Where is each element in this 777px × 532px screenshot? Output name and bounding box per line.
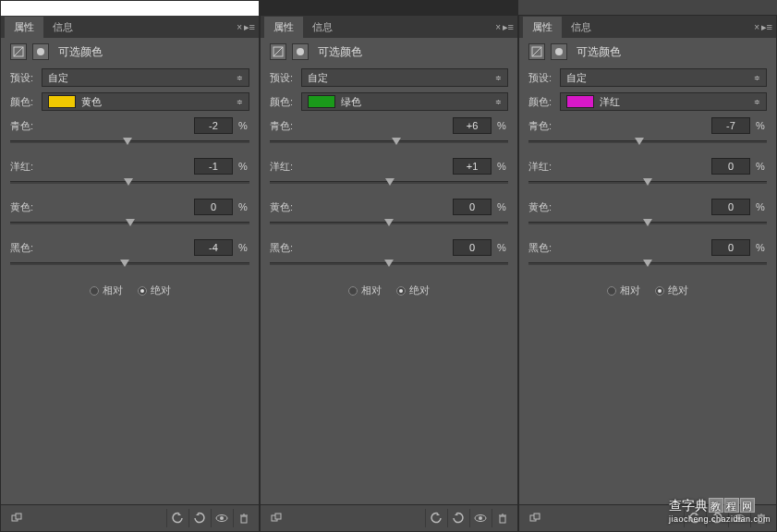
color-swatch [308,95,335,108]
radio-icon [138,286,147,296]
cyan-slider[interactable] [270,136,508,149]
black-label: 黑色: [10,241,33,255]
close-icon[interactable]: × [237,22,242,32]
yellow-label: 黄色: [270,200,293,214]
cyan-input[interactable] [711,117,750,134]
radio-icon [396,286,406,296]
black-slider[interactable] [10,258,249,271]
visibility-icon[interactable] [469,509,490,527]
panel-tabs: 属性 信息 × ▸≡ [261,16,517,38]
radio-relative[interactable]: 相对 [90,284,123,297]
absolute-label: 绝对 [409,284,430,297]
clip-icon[interactable] [6,509,27,527]
close-icon[interactable]: × [754,22,759,32]
panel-title: 可选颜色 [577,44,621,60]
radio-relative[interactable]: 相对 [348,284,382,297]
magenta-slider[interactable] [270,176,508,189]
radio-absolute[interactable]: 绝对 [138,284,171,297]
preset-select[interactable]: 自定≑ [560,68,767,87]
svg-point-12 [479,516,482,520]
panel-menu-icon[interactable]: ▸≡ [503,21,514,33]
adjustment-icon [10,43,27,60]
black-slider[interactable] [270,258,508,271]
magenta-input[interactable] [711,158,750,175]
svg-rect-10 [275,514,281,519]
cyan-slider[interactable] [10,136,249,149]
trash-icon[interactable] [233,509,253,527]
black-input[interactable] [453,239,492,256]
pct-label: % [495,201,508,212]
chevron-down-icon: ≑ [237,98,243,106]
black-input[interactable] [194,239,233,256]
cyan-slider[interactable] [528,136,767,149]
magenta-input[interactable] [453,158,492,175]
close-icon[interactable]: × [495,22,501,32]
pct-label: % [237,242,249,253]
black-slider[interactable] [528,258,767,271]
prev-icon[interactable] [425,509,445,527]
yellow-slider[interactable] [270,217,508,230]
radio-absolute[interactable]: 绝对 [655,284,688,297]
color-swatch [48,95,76,108]
slider-magenta: 洋红:% [261,154,517,195]
magenta-label: 洋红: [528,160,552,174]
panel-header: 可选颜色 [1,38,259,66]
preset-select[interactable]: 自定≑ [301,68,508,87]
color-row: 颜色: 绿色≑ [261,90,517,114]
reset-icon[interactable] [447,509,467,527]
absolute-label: 绝对 [668,284,688,297]
visibility-icon[interactable] [211,509,231,527]
slider-yellow: 黄色:% [1,195,259,236]
color-select[interactable]: 黄色≑ [42,92,249,111]
tab-properties[interactable]: 属性 [5,17,43,38]
watermark-tag: 程 [724,498,739,513]
yellow-slider[interactable] [10,217,249,230]
color-label: 颜色: [528,95,556,109]
cyan-input[interactable] [453,117,492,134]
clip-icon[interactable] [525,509,545,527]
chevron-down-icon: ≑ [495,74,502,82]
svg-point-1 [37,48,44,55]
magenta-slider[interactable] [528,176,767,189]
magenta-input[interactable] [194,158,233,175]
radio-absolute[interactable]: 绝对 [396,284,430,297]
tab-properties[interactable]: 属性 [523,17,562,38]
tab-info[interactable]: 信息 [562,17,601,38]
color-select[interactable]: 洋红≑ [560,92,767,111]
panel-menu-icon[interactable]: ▸≡ [244,21,255,33]
panel-3: 属性 信息 × ▸≡ 可选颜色 预设: 自定≑ 颜色: 洋红≑ 青色:% 洋红:… [518,15,777,532]
watermark-tag: 教 [709,498,723,513]
tab-properties[interactable]: 属性 [264,17,303,38]
watermark: 查字典教程网 jiaocheng.chazidian.com [669,498,771,524]
black-input[interactable] [711,239,750,256]
slider-black: 黑色:% [261,236,517,276]
yellow-input[interactable] [194,199,233,215]
preset-select[interactable]: 自定≑ [42,68,249,87]
trash-icon[interactable] [492,509,512,527]
reset-icon[interactable] [188,509,209,527]
clip-icon[interactable] [266,509,286,527]
slider-cyan: 青色:% [519,114,776,154]
radio-relative[interactable]: 相对 [607,284,640,297]
color-label: 颜色: [270,95,297,109]
tab-info[interactable]: 信息 [303,17,342,38]
cyan-input[interactable] [194,117,233,134]
pct-label: % [754,120,767,131]
panel-menu-icon[interactable]: ▸≡ [761,21,772,33]
yellow-input[interactable] [453,199,492,215]
relative-label: 相对 [620,284,640,297]
magenta-slider[interactable] [10,176,249,189]
mask-icon [32,43,49,60]
relative-label: 相对 [103,284,123,297]
yellow-label: 黄色: [10,200,33,214]
yellow-input[interactable] [711,199,750,215]
prev-icon[interactable] [166,509,187,527]
mode-radios: 相对 绝对 [1,276,259,305]
tab-info[interactable]: 信息 [43,17,82,38]
color-select[interactable]: 绿色≑ [301,92,508,111]
radio-icon [607,286,616,296]
watermark-url: jiaocheng.chazidian.com [669,514,771,524]
radio-icon [655,286,664,296]
yellow-slider[interactable] [528,217,767,230]
pct-label: % [495,120,508,131]
